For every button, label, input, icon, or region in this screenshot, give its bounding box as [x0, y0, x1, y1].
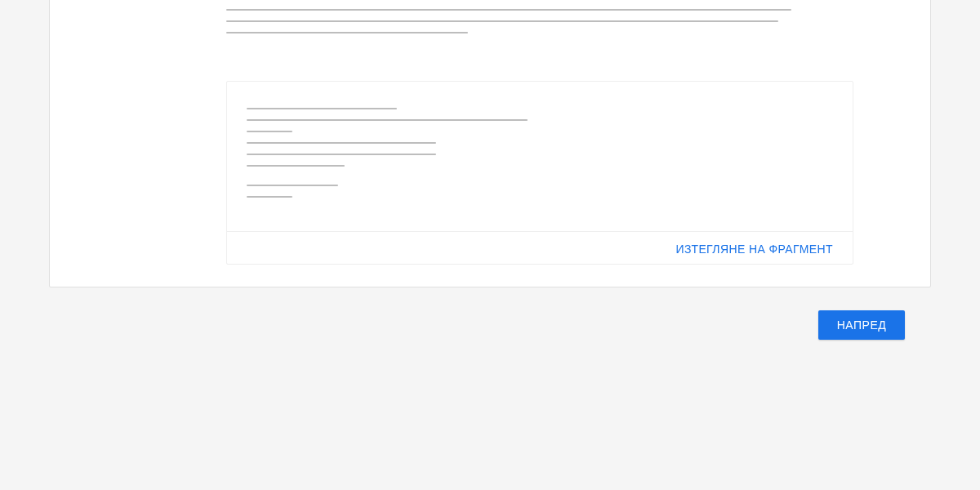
description-placeholder: [226, 9, 853, 43]
snippet-card: ИЗТЕГЛЯНЕ НА ФРАГМЕНТ: [226, 81, 853, 265]
placeholder-line: [226, 9, 791, 11]
placeholder-line: [247, 142, 436, 144]
placeholder-line: [247, 165, 345, 167]
snippet-body: [227, 82, 853, 231]
download-snippet-button[interactable]: ИЗТЕГЛЯНЕ НА ФРАГМЕНТ: [669, 238, 840, 261]
placeholder-line: [247, 185, 338, 186]
placeholder-line: [247, 119, 528, 121]
placeholder-line: [247, 154, 436, 155]
snippet-footer: ИЗТЕГЛЯНЕ НА ФРАГМЕНТ: [227, 231, 853, 265]
placeholder-line: [247, 131, 292, 132]
placeholder-line: [247, 196, 292, 198]
placeholder-line: [226, 32, 468, 33]
placeholder-line: [226, 20, 778, 22]
placeholder-line: [247, 108, 397, 109]
next-button[interactable]: НАПРЕД: [818, 310, 905, 340]
content-card: ИЗТЕГЛЯНЕ НА ФРАГМЕНТ: [49, 0, 931, 287]
